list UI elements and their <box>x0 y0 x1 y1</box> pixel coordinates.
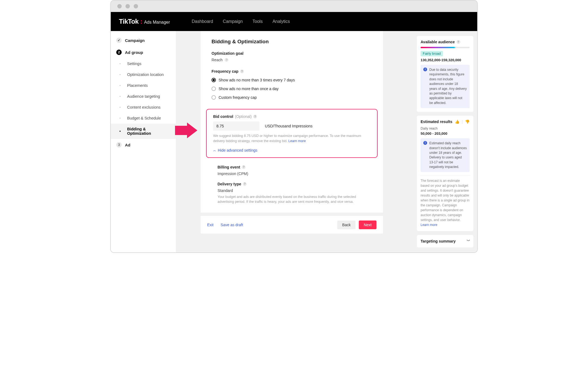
sidebar-item-budget-schedule[interactable]: Budget & Schedule <box>111 113 176 124</box>
delivery-type-description: Your budget and ads are distributed even… <box>218 194 372 205</box>
info-icon: i <box>423 141 427 145</box>
step-label: Ad <box>125 143 130 147</box>
save-draft-button[interactable]: Save as draft <box>220 223 243 227</box>
help-icon[interactable]: ? <box>457 40 460 44</box>
svg-marker-0 <box>175 122 197 138</box>
chevron-down-icon: ︾ <box>467 239 470 244</box>
radio-label: Show ads no more than 3 times every 7 da… <box>219 78 295 82</box>
traffic-dot[interactable] <box>117 4 122 8</box>
radio-label: Custom frequency cap <box>219 95 257 100</box>
advanced-settings: Billing event ? Impression (CPM) Deliver… <box>212 165 372 205</box>
optimization-goal-value: Reach ? <box>212 58 372 62</box>
nav-dashboard[interactable]: Dashboard <box>192 19 213 24</box>
nav-campaign[interactable]: Campaign <box>223 19 243 24</box>
sidebar-item-label: Optimization location <box>127 72 164 77</box>
sidebar-item-optimization-location[interactable]: Optimization location <box>111 69 176 80</box>
sidebar-item-label: Placements <box>127 83 148 88</box>
feedback-thumbs: 👍 | 👎 <box>455 120 470 124</box>
radio-icon <box>212 95 216 100</box>
thumbs-up-icon[interactable]: 👍 <box>455 120 460 124</box>
thumbs-down-icon[interactable]: 👎 <box>465 120 470 124</box>
top-nav: TikTok: Ads Manager Dashboard Campaign T… <box>111 12 477 31</box>
divider-icon: | <box>462 120 463 124</box>
brand-colon-icon: : <box>140 18 142 25</box>
sidebar-item-label: Budget & Schedule <box>127 116 161 120</box>
step-number-icon: 3 <box>116 142 122 148</box>
sidebar-item-content-exclusions[interactable]: Content exclusions <box>111 102 176 113</box>
traffic-dot[interactable] <box>125 4 130 8</box>
sidebar-item-label: Audience targeting <box>127 94 160 99</box>
frequency-cap-label: Frequency cap ? <box>212 69 372 74</box>
bottom-right-actions: Back Next <box>337 220 376 229</box>
brand-subtitle: Ads Manager <box>144 20 170 25</box>
page-title: Bidding & Optimization <box>212 39 372 45</box>
bid-control-highlight: Bid control (Optional) ? USD/Thousand Im… <box>206 109 378 158</box>
bid-input[interactable] <box>213 121 259 131</box>
bid-unit: USD/Thousand Impressions <box>265 124 313 128</box>
help-icon[interactable]: ? <box>240 69 244 73</box>
bullet-icon <box>120 131 121 132</box>
info-icon: i <box>423 68 427 71</box>
results-info-box: i Estimated daily reach doesn't include … <box>421 138 470 172</box>
available-audience-title: Available audience ? <box>421 40 470 44</box>
nav-analytics[interactable]: Analytics <box>272 19 290 24</box>
daily-reach-label: Daily reach <box>421 127 470 130</box>
bullet-icon <box>120 85 121 86</box>
delivery-type-label: Delivery type ? <box>218 182 372 186</box>
step-ad[interactable]: 3 Ad <box>111 139 176 151</box>
freq-option-custom[interactable]: Custom frequency cap <box>212 93 372 102</box>
main-wrap: Bidding & Optimization Optimization goal… <box>176 31 413 252</box>
bullet-icon <box>120 118 121 119</box>
traffic-dot[interactable] <box>134 4 138 8</box>
radio-icon <box>212 87 216 91</box>
step-number-icon: 2 <box>116 50 122 55</box>
bullet-icon <box>120 96 121 97</box>
step-label: Ad group <box>125 50 143 55</box>
help-icon[interactable]: ? <box>242 165 246 169</box>
hide-advanced-label: Hide advanced settings <box>218 148 258 152</box>
estimated-results-card: Estimated results 👍 | 👎 Daily reach 50,0… <box>417 116 473 231</box>
step-adgroup[interactable]: 2 Ad group <box>111 46 176 58</box>
bid-control-label: Bid control (Optional) ? <box>213 114 370 119</box>
targeting-summary-title: Targeting summary <box>421 239 456 243</box>
step-campaign[interactable]: ✓ Campaign <box>111 34 176 46</box>
bullet-icon <box>120 63 121 64</box>
freq-option-3x7[interactable]: Show ads no more than 3 times every 7 da… <box>212 76 372 84</box>
layout: ✓ Campaign 2 Ad group Settings Optimizat… <box>111 31 477 252</box>
check-icon: ✓ <box>116 38 122 43</box>
help-icon[interactable]: ? <box>225 58 228 62</box>
next-button[interactable]: Next <box>359 220 376 229</box>
help-icon[interactable]: ? <box>253 115 257 118</box>
sidebar-item-settings[interactable]: Settings <box>111 58 176 69</box>
audience-gradient-bar <box>421 47 470 48</box>
brand-logo[interactable]: TikTok: Ads Manager <box>119 18 170 25</box>
freq-option-once-day[interactable]: Show ads no more than once a day <box>212 84 372 93</box>
window-titlebar <box>111 1 477 12</box>
hide-advanced-toggle[interactable]: ︽ Hide advanced settings <box>213 148 370 152</box>
chevron-up-icon: ︽ <box>213 148 216 152</box>
back-button[interactable]: Back <box>337 220 356 229</box>
bottom-bar: Exit Save as draft Back Next <box>201 216 383 234</box>
results-header: Estimated results 👍 | 👎 <box>421 120 470 124</box>
sidebar-item-bidding-optimization[interactable]: Bidding & Optimization <box>111 124 176 139</box>
radio-label: Show ads no more than once a day <box>219 87 278 91</box>
bottom-left-actions: Exit Save as draft <box>207 223 243 227</box>
sidebar: ✓ Campaign 2 Ad group Settings Optimizat… <box>111 31 176 252</box>
section-optimization-goal: Optimization goal Reach ? <box>212 51 372 62</box>
nav-links: Dashboard Campaign Tools Analytics <box>192 19 290 24</box>
sidebar-item-placements[interactable]: Placements <box>111 80 176 91</box>
nav-tools[interactable]: Tools <box>253 19 263 24</box>
targeting-summary-card[interactable]: Targeting summary ︾ <box>417 235 473 247</box>
available-audience-card: Available audience ? Fairly broad 130,35… <box>417 36 473 112</box>
help-icon[interactable]: ? <box>243 182 247 186</box>
sidebar-item-label: Content exclusions <box>127 105 161 109</box>
exit-button[interactable]: Exit <box>207 223 213 227</box>
brand-name: TikTok <box>119 18 139 25</box>
audience-info-box: i Due to data security requirements, thi… <box>421 65 470 108</box>
learn-more-link[interactable]: Learn more <box>288 139 306 143</box>
learn-more-link[interactable]: Learn more <box>421 223 437 227</box>
sidebar-item-audience-targeting[interactable]: Audience targeting <box>111 91 176 102</box>
callout-arrow-icon <box>175 122 197 138</box>
bid-hint: We suggest bidding 8.75 USD or higher to… <box>213 133 370 144</box>
divider <box>420 175 470 176</box>
